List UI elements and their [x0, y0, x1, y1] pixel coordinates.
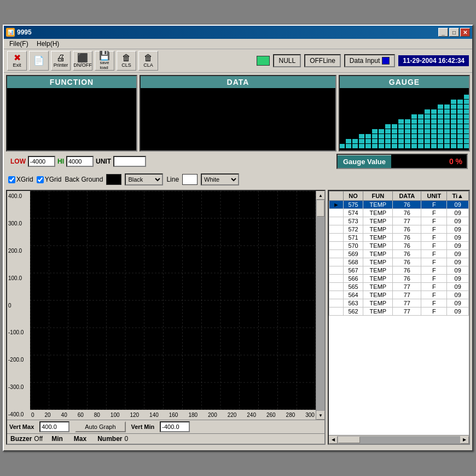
vertical-scrollbar[interactable]: ▲ ▼: [316, 191, 324, 420]
saveload-button[interactable]: 💾 saveload: [95, 51, 114, 71]
x-20: 20: [45, 412, 51, 418]
table-row[interactable]: ►575TEMP76F09: [329, 201, 469, 209]
table-row[interactable]: 571TEMP76F09: [329, 234, 469, 242]
gauge-bar-cell: [392, 105, 397, 109]
cls-button[interactable]: 🗑 CLS: [117, 51, 136, 71]
xgrid-checkbox[interactable]: [8, 176, 15, 183]
gauge-bar-cell: [425, 144, 430, 148]
gauge-bar-cell: [392, 139, 397, 143]
table-row[interactable]: 566TEMP76F09: [329, 275, 469, 283]
gauge-bar-cell: [411, 114, 417, 119]
gauge-bar-cell: [425, 105, 430, 109]
gauge-bar-cell: [451, 105, 456, 109]
gauge-bar: [444, 95, 450, 148]
gauge-bar-cell: [340, 124, 345, 129]
window-title: 9995: [17, 28, 32, 36]
scroll-up-btn[interactable]: ▲: [316, 191, 325, 200]
low-input[interactable]: [28, 156, 55, 167]
scroll-right-btn[interactable]: ▶: [460, 436, 469, 444]
gauge-value-display: 0 %: [391, 155, 467, 168]
cell-unit: F: [421, 275, 447, 283]
gauge-bar-cell: [352, 144, 358, 148]
status-flag: [257, 56, 270, 66]
line-color-dropdown[interactable]: White Black: [201, 173, 239, 185]
gauge-bar-cell: [451, 109, 456, 114]
auto-graph-button[interactable]: Auto Graph: [75, 421, 125, 432]
x-180: 180: [188, 412, 198, 418]
maximize-button[interactable]: □: [449, 28, 459, 37]
gauge-bar-cell: [411, 100, 417, 104]
close-button[interactable]: ✕: [460, 28, 470, 37]
h-scroll-thumb[interactable]: [338, 437, 360, 443]
unit-input[interactable]: [113, 156, 146, 167]
table-row[interactable]: 568TEMP76F09: [329, 258, 469, 266]
dnoff-button[interactable]: ⬛ DN/OFF: [73, 51, 92, 71]
gauge-bar-cell: [379, 144, 384, 148]
hi-input[interactable]: [66, 156, 94, 167]
gauge-bar-cell: [398, 124, 404, 129]
gauge-bar-cell: [398, 134, 404, 138]
scroll-thumb[interactable]: [317, 200, 324, 217]
gauge-bar-cell: [438, 95, 443, 99]
gauge-bar-cell: [379, 119, 384, 124]
horizontal-scrollbar[interactable]: ◀ ▶: [329, 435, 469, 444]
gauge-value-panel: Gauge Value 0 %: [336, 154, 468, 169]
cell-fun: TEMP: [363, 291, 393, 299]
table-row[interactable]: 564TEMP77F09: [329, 291, 469, 299]
minimize-button[interactable]: _: [438, 28, 448, 37]
data-input-indicator: [382, 57, 390, 65]
table-row[interactable]: 570TEMP76F09: [329, 242, 469, 250]
table-scroll[interactable]: NO FUN DATA UNIT Ti▲ ►575TEMP76F09574TEM…: [329, 191, 469, 435]
col-data: DATA: [393, 191, 421, 201]
gauge-bar-cell: [392, 100, 397, 104]
printer-button[interactable]: 🖨 Printer: [51, 51, 71, 71]
y-n300: -300.0: [8, 384, 29, 390]
table-row[interactable]: 567TEMP76F09: [329, 266, 469, 275]
gauge-bar-cell: [398, 109, 404, 114]
gauge-bar-cell: [372, 114, 378, 119]
gauge-bar-cell: [464, 124, 469, 129]
gauge-bar-cell: [340, 100, 345, 104]
gauge-bar-cell: [385, 109, 391, 114]
offline-button[interactable]: OFFLine: [304, 54, 341, 67]
row-arrow: [329, 307, 344, 316]
table-row[interactable]: 569TEMP76F09: [329, 250, 469, 258]
ygrid-checkbox-label[interactable]: YGrid: [37, 176, 62, 183]
gauge-bar-cell: [425, 139, 430, 143]
table-row[interactable]: 573TEMP77F09: [329, 217, 469, 225]
cell-time: 09: [447, 250, 469, 258]
cell-fun: TEMP: [363, 225, 393, 234]
ygrid-checkbox[interactable]: [37, 176, 44, 183]
gauge-bar-cell: [457, 105, 463, 109]
gauge-bar-cell: [431, 114, 437, 119]
scroll-down-btn[interactable]: ▼: [316, 411, 325, 420]
vert-max-input[interactable]: [39, 421, 69, 432]
gauge-bar-cell: [385, 95, 391, 99]
xgrid-checkbox-label[interactable]: XGrid: [8, 176, 33, 183]
exit-button[interactable]: ✖ Exit: [7, 51, 27, 71]
table-row[interactable]: 565TEMP77F09: [329, 283, 469, 291]
table-row[interactable]: 562TEMP77F09: [329, 307, 469, 316]
gauge-bar-cell: [438, 119, 443, 124]
gauge-bar-cell: [457, 139, 463, 143]
row-arrow: ►: [329, 201, 344, 209]
doc-button[interactable]: 📄: [29, 51, 49, 71]
cla-button[interactable]: 🗑 CLA: [138, 51, 158, 71]
vert-min-input[interactable]: [160, 421, 190, 432]
menu-file[interactable]: File(F): [6, 39, 32, 49]
gauge-bar-cell: [444, 129, 450, 133]
table-row[interactable]: 574TEMP76F09: [329, 209, 469, 217]
gauge-bar: [405, 95, 410, 148]
cell-no: 565: [343, 283, 363, 291]
null-button[interactable]: NULL: [273, 54, 301, 67]
gauge-bar-cell: [385, 134, 391, 138]
scroll-left-btn[interactable]: ◀: [329, 436, 338, 444]
gauge-bar-cell: [359, 134, 364, 138]
controls-row: LOW HI UNIT: [8, 155, 334, 168]
menu-help[interactable]: Help(H): [33, 39, 62, 49]
gauge-bar-cell: [405, 95, 410, 99]
data-input-button[interactable]: Data Input: [344, 54, 395, 67]
bg-color-dropdown[interactable]: Black White Red: [125, 173, 163, 185]
table-row[interactable]: 572TEMP76F09: [329, 225, 469, 234]
table-row[interactable]: 563TEMP77F09: [329, 299, 469, 307]
